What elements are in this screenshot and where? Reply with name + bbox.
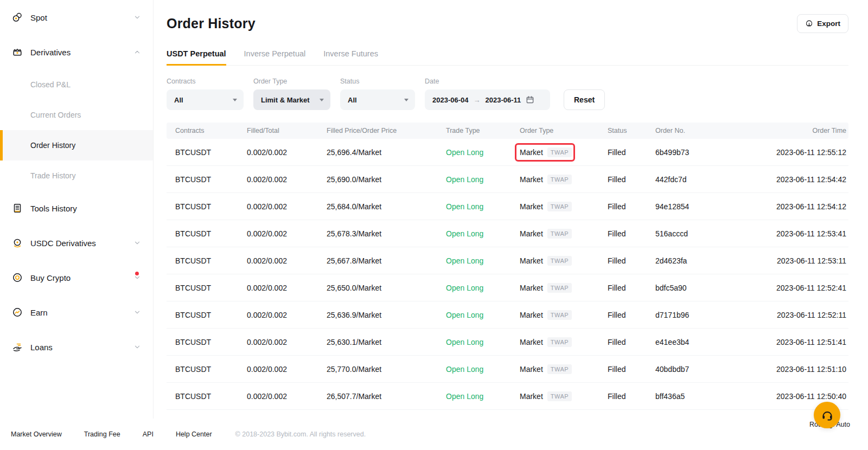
export-button[interactable]: Export	[797, 14, 848, 33]
footer-link-api[interactable]: API	[143, 430, 154, 438]
order-type-value: Market	[520, 284, 543, 292]
usdc-derivatives-icon	[12, 237, 23, 248]
caret-down-icon	[320, 99, 324, 101]
date-range-picker[interactable]: 2023-06-04 → 2023-06-11	[425, 89, 550, 110]
table-row: BTCUSDT 0.002/0.002 25,696.4/Market Open…	[167, 139, 848, 166]
footer-link-help-center[interactable]: Help Center	[176, 430, 212, 438]
twap-badge: TWAP	[547, 337, 572, 347]
tab-inverse-perpetual[interactable]: Inverse Perpetual	[244, 49, 306, 65]
order-type-cell: Market TWAP	[520, 175, 608, 184]
order-type-value: Market	[520, 148, 543, 157]
trade-type-cell: Open Long	[446, 392, 520, 401]
filled-total-cell: 0.002/0.002	[247, 256, 327, 265]
status-cell: Filled	[608, 392, 655, 401]
sidebar-item-trade-history[interactable]: Trade History	[0, 160, 153, 191]
trade-type-cell: Open Long	[446, 175, 520, 184]
twap-badge: TWAP	[547, 391, 572, 401]
filled-price-cell: 26,507.7/Market	[327, 392, 446, 401]
twap-badge: TWAP	[547, 202, 572, 211]
sidebar-item-closed-pnl[interactable]: Closed P&L	[0, 69, 153, 100]
download-icon	[805, 20, 813, 28]
reset-button[interactable]: Reset	[564, 89, 605, 110]
tab-usdt-perpetual[interactable]: USDT Perpetual	[167, 49, 226, 65]
col-header-contracts: Contracts	[167, 127, 247, 134]
order-type-select[interactable]: Limit & Market	[253, 89, 330, 110]
chevron-up-icon	[133, 48, 141, 56]
date-from-value: 2023-06-04	[432, 96, 469, 104]
contracts-cell: BTCUSDT	[167, 229, 247, 238]
contracts-select[interactable]: All	[167, 89, 244, 110]
table-row: BTCUSDT 0.002/0.002 25,650.0/Market Open…	[167, 274, 848, 301]
table-header: Contracts Filled/Total Filled Price/Orde…	[167, 123, 848, 139]
caret-down-icon	[404, 99, 409, 101]
col-header-trade-type: Trade Type	[446, 127, 520, 134]
status-select[interactable]: All	[340, 89, 415, 110]
order-time-cell: 2023-06-11 12:54:12	[750, 202, 848, 211]
sidebar-item-derivatives[interactable]: Derivatives	[0, 35, 153, 69]
trade-type-cell: Open Long	[446, 148, 520, 157]
contracts-cell: BTCUSDT	[167, 392, 247, 401]
filled-total-cell: 0.002/0.002	[247, 175, 327, 184]
filled-price-cell: 25,650.0/Market	[327, 284, 446, 292]
buy-crypto-icon	[12, 272, 23, 283]
order-time-cell: 2023-06-11 12:52:41	[750, 284, 848, 292]
filled-price-cell: 25,684.0/Market	[327, 202, 446, 211]
filled-price-cell: 25,667.8/Market	[327, 256, 446, 265]
sidebar-item-tools-history[interactable]: Tools History	[0, 191, 153, 226]
order-type-value: Market	[520, 229, 543, 238]
sidebar: Spot Derivatives Closed P&L Current Orde…	[0, 0, 154, 450]
footer: Market Overview Trading Fee API Help Cen…	[0, 419, 868, 450]
filled-price-cell: 25,770.0/Market	[327, 365, 446, 374]
sidebar-item-buy-crypto[interactable]: Buy Crypto	[0, 260, 153, 295]
tab-bar: USDT Perpetual Inverse Perpetual Inverse…	[167, 49, 848, 66]
sidebar-item-label: USDC Derivatives	[30, 239, 133, 248]
filled-price-cell: 25,678.3/Market	[327, 229, 446, 238]
sidebar-item-loans[interactable]: Loans	[0, 330, 153, 364]
order-type-value: Market	[520, 365, 543, 374]
order-time-cell: 2023-06-11 12:55:12	[750, 148, 848, 157]
sidebar-item-earn[interactable]: Earn	[0, 295, 153, 330]
sidebar-item-order-history[interactable]: Order History	[0, 130, 153, 160]
sidebar-item-current-orders[interactable]: Current Orders	[0, 100, 153, 130]
chevron-down-icon	[133, 343, 141, 351]
filled-total-cell: 0.002/0.002	[247, 202, 327, 211]
headset-icon	[821, 409, 834, 422]
filled-price-cell: 25,630.1/Market	[327, 338, 446, 346]
derivatives-icon	[12, 47, 23, 57]
status-cell: Filled	[608, 311, 655, 319]
sidebar-item-usdc-derivatives[interactable]: USDC Derivatives	[0, 226, 153, 260]
contracts-cell: BTCUSDT	[167, 175, 247, 184]
sidebar-item-label: Loans	[30, 343, 133, 352]
order-no-cell: 516acccd	[655, 229, 750, 238]
order-type-cell: Market TWAP	[520, 310, 608, 320]
footer-link-market-overview[interactable]: Market Overview	[11, 430, 62, 438]
order-type-cell: Market TWAP	[520, 147, 608, 157]
filled-price-cell: 25,696.4/Market	[327, 148, 446, 157]
table-row: BTCUSDT 0.002/0.002 25,630.1/Market Open…	[167, 329, 848, 356]
order-type-cell: Market TWAP	[520, 391, 608, 401]
order-type-value: Market	[520, 338, 543, 346]
customer-support-button[interactable]	[814, 402, 840, 428]
order-no-cell: 442fdc7d	[655, 175, 750, 184]
sidebar-item-label: Tools History	[30, 204, 141, 213]
order-time-cell: 2023-06-11 12:52:11	[750, 311, 848, 319]
twap-badge: TWAP	[547, 364, 572, 374]
copyright-text: © 2018-2023 Bybit.com. All rights reserv…	[235, 430, 366, 438]
contracts-filter-label: Contracts	[167, 78, 244, 85]
col-header-filled-price: Filled Price/Order Price	[327, 127, 446, 134]
tab-inverse-futures[interactable]: Inverse Futures	[323, 49, 378, 65]
table-row: BTCUSDT 0.002/0.002 25,770.0/Market Open…	[167, 356, 848, 383]
twap-badge: TWAP	[547, 310, 572, 320]
sidebar-item-spot[interactable]: Spot	[0, 0, 153, 35]
order-no-cell: 40bdbdb7	[655, 365, 750, 374]
order-time-cell: 2023-06-11 12:53:41	[750, 229, 848, 238]
order-type-cell: Market TWAP	[520, 229, 608, 239]
order-no-cell: 2d4623fa	[655, 256, 750, 265]
order-type-filter-label: Order Type	[253, 78, 330, 85]
footer-link-trading-fee[interactable]: Trading Fee	[84, 430, 120, 438]
order-history-table: Contracts Filled/Total Filled Price/Orde…	[167, 123, 848, 410]
arrow-right-icon: →	[474, 96, 481, 104]
order-time-cell: 2023-06-11 12:50:40	[750, 392, 848, 401]
sidebar-item-label: Spot	[30, 13, 133, 22]
filled-total-cell: 0.002/0.002	[247, 365, 327, 374]
